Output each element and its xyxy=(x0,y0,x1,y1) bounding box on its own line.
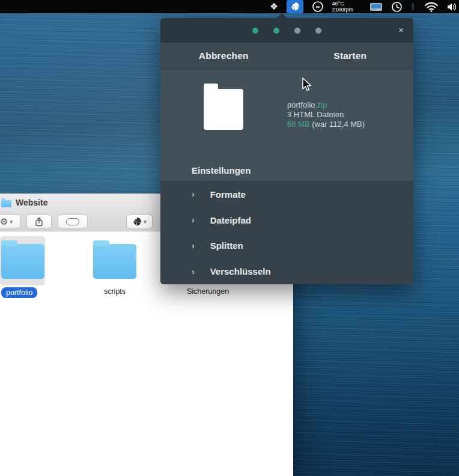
chevron-right-icon: › xyxy=(192,267,195,276)
display-icon[interactable] xyxy=(369,0,383,13)
settings-item-splitten[interactable]: › Splitten xyxy=(160,233,413,259)
archive-filename: portfolio.zip xyxy=(287,100,365,110)
settings-header: Einstellungen xyxy=(160,159,413,182)
creative-cloud-icon[interactable]: ∞ xyxy=(312,0,324,13)
menu-bar: ❖ ∞ 46°C 2160rpm xyxy=(0,0,459,13)
time-machine-icon[interactable] xyxy=(391,0,403,13)
settings-item-dateipfad[interactable]: › Dateipfad xyxy=(160,207,413,233)
folder-label-portfolio[interactable]: portfolio xyxy=(1,287,37,298)
temperature-fan-sensor[interactable]: 46°C 2160rpm xyxy=(332,0,361,13)
fan-speed-readout: 2160rpm xyxy=(332,7,354,13)
share-button[interactable] xyxy=(26,215,52,228)
volume-icon[interactable] xyxy=(447,0,457,13)
cancel-button[interactable]: Abbrechen xyxy=(160,43,287,69)
keka-spiral-icon xyxy=(132,217,142,227)
tags-button[interactable] xyxy=(58,215,88,228)
bluetooth-icon[interactable]: ᛒ xyxy=(411,0,416,13)
panel-actions: Abbrechen Starten xyxy=(160,43,413,69)
share-icon xyxy=(35,217,43,227)
chevron-down-icon: ▾ xyxy=(10,219,13,225)
page-dot-4[interactable] xyxy=(315,28,321,34)
page-dot-3[interactable] xyxy=(294,28,300,34)
proxy-folder-icon xyxy=(1,200,11,207)
wifi-icon[interactable] xyxy=(424,0,439,13)
page-dot-1[interactable] xyxy=(252,28,258,34)
folder-icon xyxy=(204,89,243,130)
settings-item-verschluesseln[interactable]: › Verschlüsseln xyxy=(160,258,413,284)
chevron-right-icon: › xyxy=(192,241,195,251)
panel-pointer-arrow xyxy=(276,13,287,18)
settings-item-formate[interactable]: › Formate xyxy=(160,182,413,207)
start-button[interactable]: Starten xyxy=(287,43,414,69)
folder-portfolio[interactable] xyxy=(1,244,44,279)
archive-info-section: portfolio.zip 3 HTML Dateien 68 MB (war … xyxy=(160,69,413,159)
page-dot-2[interactable] xyxy=(273,28,279,34)
folder-label-scripts[interactable]: scripts xyxy=(92,287,138,296)
keka-menubar-icon[interactable] xyxy=(287,0,303,13)
action-gear-button[interactable]: ⚙ ▾ xyxy=(0,215,20,228)
mouse-cursor xyxy=(300,77,312,93)
close-icon[interactable]: × xyxy=(398,23,404,37)
desktop: ❖ ∞ 46°C 2160rpm xyxy=(0,0,459,476)
keka-panel: × Abbrechen Starten portfolio.zip 3 HTML… xyxy=(160,18,413,284)
svg-text:∞: ∞ xyxy=(315,4,320,10)
keka-spiral-icon xyxy=(290,2,300,11)
folder-scripts[interactable] xyxy=(93,244,136,279)
keka-toolbar-button[interactable]: ▾ xyxy=(126,215,153,228)
chevron-right-icon: › xyxy=(192,215,195,225)
archive-info-text: portfolio.zip 3 HTML Dateien 68 MB (war … xyxy=(287,100,365,129)
folder-label-sicherungen[interactable]: Sicherungen xyxy=(184,287,232,296)
archive-size: 68 MB (war 112,4 MB) xyxy=(287,120,365,129)
gear-icon: ⚙ xyxy=(0,217,8,226)
chevron-right-icon: › xyxy=(192,189,195,199)
settings-list: › Formate › Dateipfad › Splitten › Versc… xyxy=(160,182,413,284)
archive-file-count: 3 HTML Dateien xyxy=(287,110,365,120)
chevron-down-icon: ▾ xyxy=(144,219,147,225)
window-title: Website xyxy=(16,198,47,207)
tag-icon xyxy=(66,218,79,225)
dropbox-icon[interactable]: ❖ xyxy=(270,0,278,13)
temperature-readout: 46°C xyxy=(332,1,344,7)
panel-header: × xyxy=(160,18,413,43)
